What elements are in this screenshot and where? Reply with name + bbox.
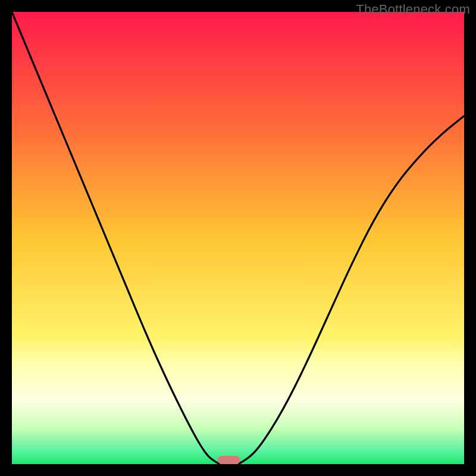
watermark-text: TheBottleneck.com: [356, 2, 470, 17]
bottleneck-marker: [218, 456, 240, 464]
chart-background: [12, 12, 464, 464]
chart-frame: [12, 12, 464, 464]
bottleneck-chart: [12, 12, 464, 464]
